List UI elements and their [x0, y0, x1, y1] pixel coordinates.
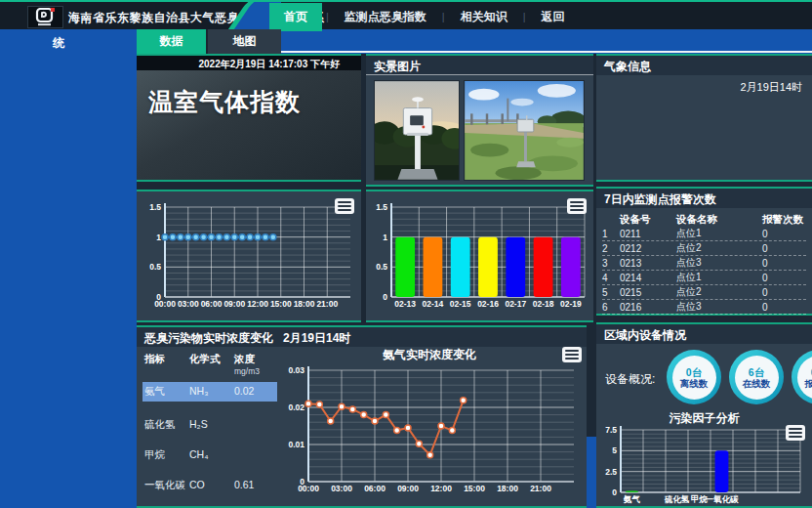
svg-text:00:00: 00:00: [298, 484, 319, 493]
app-title-wrap: 统: [53, 35, 64, 52]
alarm-table-row: 50215点位20: [602, 285, 806, 300]
svg-text:5: 5: [612, 445, 617, 455]
concentration-row[interactable]: 甲烷CH₄: [144, 445, 275, 465]
svg-text:0: 0: [383, 292, 387, 302]
svg-text:02-14: 02-14: [423, 299, 444, 309]
devices-panel: 区域内设备情况 设备概况: 0台离线数6台在线数0台报警数 污染因子分析 02.…: [596, 322, 812, 508]
alarms-table: 设备号设备名称报警次数10211点位1020212点位2030213点位3040…: [596, 208, 812, 315]
pollution-factor-chart: 02.557.5氨气硫化氢甲烷一氧化碳: [600, 426, 808, 508]
daily-index-chart: 00.511.502-1302-1402-1502-1602-1702-1802…: [367, 193, 592, 320]
svg-text:1: 1: [156, 233, 161, 242]
svg-text:02-17: 02-17: [505, 299, 526, 309]
photos-panel: 实景图片: [366, 54, 593, 187]
svg-text:0.03: 0.03: [288, 365, 304, 375]
concentration-panel-title: 恶臭污染物实时浓度变化: [144, 330, 273, 344]
svg-text:02-18: 02-18: [533, 299, 554, 309]
svg-text:15:00: 15:00: [270, 299, 292, 309]
svg-text:7.5: 7.5: [605, 426, 617, 435]
svg-text:0.5: 0.5: [149, 262, 161, 272]
svg-text:06:00: 06:00: [364, 484, 386, 493]
svg-text:2.5: 2.5: [605, 467, 617, 477]
concentration-row[interactable]: 硫化氢H₂S: [144, 415, 275, 435]
svg-text:02-19: 02-19: [560, 299, 582, 309]
weather-panel: 气象信息 2月19日14时: [596, 54, 812, 182]
svg-text:18:00: 18:00: [497, 484, 518, 493]
nav-item-0[interactable]: 首页: [269, 3, 322, 31]
concentration-table-header: 指标化学式浓度mg/m3: [144, 353, 275, 376]
svg-text:09:00: 09:00: [223, 299, 245, 309]
svg-text:21:00: 21:00: [316, 299, 338, 309]
svg-text:18:00: 18:00: [294, 299, 315, 309]
concentration-panel-time: 2月19日14时: [283, 330, 350, 344]
svg-text:09:00: 09:00: [397, 484, 419, 493]
nav-separator: |: [438, 11, 449, 22]
alarm-table-row: 40214点位10: [602, 271, 806, 285]
nav-item-1[interactable]: 监测点恶臭指数: [333, 4, 438, 30]
device-overview-label: 设备概况:: [605, 371, 655, 388]
device-stat-circle: 0台离线数: [667, 350, 721, 404]
svg-text:12:00: 12:00: [430, 484, 452, 493]
concentration-panel: 恶臭污染物实时浓度变化 2月19日14时 指标化学式浓度mg/m3氨气NH₃0.…: [137, 325, 587, 508]
alarms-panel-title: 7日内监测点报警次数: [596, 189, 812, 208]
device-stat-circle: 6台在线数: [729, 350, 784, 404]
hourly-index-chart: 00.511.500:0003:0006:0009:0012:0015:0018…: [138, 193, 360, 320]
svg-text:1: 1: [383, 233, 387, 242]
tab-data[interactable]: 数据: [137, 29, 206, 54]
hourly-index-chart-panel: 00.511.500:0003:0006:0009:0012:0015:0018…: [137, 190, 361, 322]
concentration-row[interactable]: 一氧化碳CO0.61: [144, 476, 275, 495]
svg-text:02-15: 02-15: [450, 299, 471, 309]
ammonia-trend-block: 氨气实时浓度变化 00.010.020.0300:0003:0006:0009:…: [275, 347, 584, 507]
chart-menu-icon[interactable]: [335, 198, 354, 214]
site-photo-2: [464, 80, 585, 181]
svg-text:0.02: 0.02: [288, 402, 304, 412]
chart-menu-icon[interactable]: [562, 347, 582, 362]
svg-text:0: 0: [612, 487, 617, 497]
device-stat-circle: 0台报警数: [792, 350, 812, 404]
svg-text:12:00: 12:00: [247, 299, 268, 309]
dashboard-page: 海南省乐东黎族自治县大气恶臭状况实时发布系 首页|监测点恶臭指数|相关知识|返回…: [0, 0, 812, 508]
daily-index-chart-panel: 00.511.502-1302-1402-1502-1602-1702-1802…: [366, 190, 593, 322]
greeting-panel: 2022年2月19日 14:17:03 下午好 温室气体指数: [137, 54, 361, 182]
devices-panel-title: 区域内设备情况: [596, 324, 812, 344]
alarm-table-row: 60216点位30: [602, 300, 806, 315]
svg-text:氨气: 氨气: [623, 494, 641, 504]
svg-text:一氧化碳: 一氧化碳: [706, 494, 740, 504]
svg-text:03:00: 03:00: [178, 299, 199, 309]
svg-text:06:00: 06:00: [201, 299, 223, 309]
photos-panel-title: 实景图片: [366, 56, 593, 75]
page-title: 温室气体指数: [137, 70, 361, 118]
svg-text:1.5: 1.5: [376, 202, 387, 212]
weather-panel-title: 气象信息: [596, 56, 812, 75]
chart-menu-icon[interactable]: [567, 198, 587, 214]
concentration-table: 指标化学式浓度mg/m3氨气NH₃0.02硫化氢H₂S甲烷CH₄一氧化碳CO0.…: [144, 353, 275, 506]
tab-strip: 数据 地图: [137, 29, 281, 54]
tab-map[interactable]: 地图: [208, 29, 281, 54]
alarms-panel: 7日内监测点报警次数 设备号设备名称报警次数10211点位1020212点位20…: [596, 187, 812, 316]
ammonia-trend-chart: 00.010.020.0300:0003:0006:0009:0012:0015…: [275, 362, 584, 505]
nav-item-2[interactable]: 相关知识: [449, 4, 519, 30]
svg-text:1.5: 1.5: [149, 202, 161, 212]
nav-item-3[interactable]: 返回: [530, 4, 577, 30]
chart-menu-icon[interactable]: [786, 425, 805, 441]
svg-text:0.5: 0.5: [376, 262, 387, 272]
ammonia-chart-title: 氨气实时浓度变化: [275, 347, 584, 362]
header-underline: [281, 51, 812, 53]
alarm-table-row: 10211点位10: [602, 227, 806, 241]
alarm-table-row: 20212点位20: [602, 241, 806, 256]
svg-text:15:00: 15:00: [464, 484, 485, 493]
concentration-row[interactable]: 氨气NH₃0.02: [142, 382, 277, 402]
svg-text:21:00: 21:00: [530, 484, 551, 493]
alarm-table-row: 30213点位30: [602, 256, 806, 271]
pollution-factor-chart-title: 污染因子分析: [596, 410, 812, 427]
nav-separator: |: [519, 11, 530, 22]
svg-text:0.01: 0.01: [288, 440, 304, 449]
device-stat-circles: 0台离线数6台在线数0台报警数: [667, 350, 812, 404]
main-nav: 首页|监测点恶臭指数|相关知识|返回: [269, 2, 577, 31]
site-photo-1: [374, 80, 460, 181]
svg-text:02-16: 02-16: [477, 299, 499, 309]
nav-separator: |: [322, 11, 333, 22]
alarms-table-header: 设备号设备名称报警次数: [602, 212, 806, 227]
svg-text:03:00: 03:00: [331, 484, 352, 493]
svg-text:硫化氢: 硫化氢: [664, 494, 690, 504]
top-bar: 海南省乐东黎族自治县大气恶臭状况实时发布系 首页|监测点恶臭指数|相关知识|返回: [0, 0, 812, 29]
